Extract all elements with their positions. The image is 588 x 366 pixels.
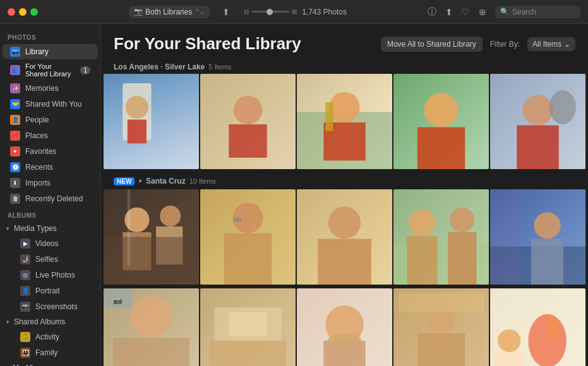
memories-icon: ✨ [10,83,20,93]
sidebar-item-shared-library[interactable]: 👥 For Your Shared Library 1 [3,60,98,80]
share-icon[interactable]: ⬆ [222,7,230,17]
svg-point-55 [327,333,361,348]
sidebar-item-people[interactable]: 👤 People [3,112,98,127]
sidebar-item-videos[interactable]: ▶ Videos [3,236,98,251]
svg-rect-49 [210,341,286,366]
close-button[interactable] [8,8,15,16]
upload-icon[interactable]: ⬆ [445,7,453,17]
photo-cell[interactable] [490,288,585,366]
header-actions: Move All to Shared Library Filter By: Al… [381,37,575,52]
svg-rect-51 [229,312,267,336]
move-all-button[interactable]: Move All to Shared Library [381,37,483,52]
photo-grid-la [101,74,588,172]
svg-rect-6 [229,124,267,158]
sidebar-item-shared-with-you[interactable]: 🤝 Shared With You [3,97,98,112]
search-box[interactable]: 🔍 [495,6,580,18]
sidebar-item-recents[interactable]: 🕐 Recents [3,160,98,175]
section-location-la: Los Angeles · Silver Lake [114,62,205,71]
shared-albums-label: Shared Albums [14,317,65,326]
svg-point-62 [544,317,560,339]
sidebar-item-imports[interactable]: ⬇ Imports [3,175,98,191]
svg-point-2 [126,96,148,119]
photo-cell[interactable]: 📷 [104,288,199,366]
minimize-button[interactable] [19,8,27,16]
library-switcher[interactable]: 📷 Both Libraries ⌃⌄ [129,6,210,18]
photo-cell[interactable] [297,74,392,169]
add-to-library-icon[interactable]: ⊕ [479,7,486,17]
zoom-slider[interactable]: ⊟ ⊞ [244,8,297,15]
sidebar-item-library[interactable]: 📷 Library [3,44,98,59]
sidebar-item-memories[interactable]: ✨ Memories [3,81,98,96]
svg-point-64 [498,329,520,352]
photo-cell[interactable] [297,189,392,285]
shared-library-badge: 1 [80,66,90,74]
sidebar-label-imports: Imports [25,179,51,187]
svg-rect-59 [399,293,484,312]
svg-rect-63 [495,350,524,366]
sidebar-item-portrait[interactable]: 👤 Portrait [3,283,98,298]
sidebar-group-shared-albums[interactable]: ▼ Shared Albums [0,315,100,329]
sidebar-label-live-photos: Live Photos [35,271,75,280]
photo-cell[interactable] [200,288,296,366]
photo-cell[interactable] [393,74,489,169]
sidebar-item-places[interactable]: 📍 Places [3,128,98,143]
sidebar-item-recently-deleted[interactable]: 🗑 Recently Deleted [3,191,98,206]
sidebar-label-family: Family [35,348,57,357]
chevron-ud-icon: ⌃⌄ [195,8,205,15]
photo-cell[interactable] [393,288,489,366]
info-icon[interactable]: ⓘ [428,6,436,18]
svg-rect-42 [490,189,519,285]
photo-grid-sc-1 [101,189,588,287]
heart-icon[interactable]: ♡ [462,7,470,17]
photo-cell[interactable] [104,189,199,285]
photo-cell[interactable] [297,288,392,366]
titlebar: 📷 Both Libraries ⌃⌄ ⬆ ⊟ ⊞ 1,743 Photos ⓘ… [0,0,588,24]
imports-icon: ⬇ [10,178,20,188]
photo-grid-sc-2: 📷 [101,288,588,366]
sidebar-label-shared-with-you: Shared With You [25,100,81,109]
svg-point-36 [450,208,474,232]
svg-point-44 [130,296,172,338]
photo-cell[interactable] [490,74,585,169]
photo-cell[interactable] [200,74,296,169]
activity-icon: 🏃 [20,332,30,342]
favorites-icon: ♥ [10,146,20,156]
photos-section-label: Photos [0,29,100,44]
sidebar-label-places: Places [25,131,48,140]
sidebar-item-favorites[interactable]: ♥ Favorites [3,144,98,159]
search-input[interactable] [512,8,575,16]
sidebar-item-activity[interactable]: 🏃 Activity [3,329,98,345]
section-header-sc: NEW • Santa Cruz 10 Items [101,172,588,189]
titlebar-right: ⓘ ⬆ ♡ ⊕ 🔍 [428,6,580,18]
sidebar-item-family[interactable]: 👨‍👩‍👧 Family [3,345,98,360]
svg-point-30 [328,206,361,239]
svg-rect-3 [128,119,147,143]
photo-cell[interactable] [393,189,489,285]
svg-rect-27 [224,233,272,285]
sidebar-item-selfies[interactable]: 🤳 Selfies [3,252,98,267]
sidebar-item-screenshots[interactable]: 📸 Screenshots [3,299,98,314]
svg-rect-24 [128,189,131,266]
photo-cell[interactable] [104,74,199,169]
sidebar-label-portrait: Portrait [35,286,60,295]
sidebar-group-my-albums[interactable]: ▶ My Albums [0,361,100,366]
library-icon: 📷 [10,47,20,57]
new-badge: NEW [114,177,135,186]
sidebar-group-media-types[interactable]: ▼ Media Types [0,221,100,235]
fullscreen-button[interactable] [30,8,38,16]
photo-cell[interactable] [200,189,296,285]
section-count-sc: 10 Items [189,177,216,185]
shared-with-you-icon: 🤝 [10,99,20,109]
svg-rect-58 [417,333,465,366]
photo-cell[interactable] [490,189,585,285]
sidebar-label-videos: Videos [35,239,58,248]
screenshots-icon: 📸 [20,302,30,312]
shared-library-icon: 👥 [10,65,20,75]
svg-point-17 [549,90,576,124]
sidebar-item-live-photos[interactable]: ◎ Live Photos [3,268,98,283]
people-icon: 👤 [10,115,20,125]
section-location-sc: Santa Cruz [146,177,186,186]
filter-dropdown[interactable]: All Items ⌄ [527,37,575,51]
titlebar-center: 📷 Both Libraries ⌃⌄ ⬆ ⊟ ⊞ 1,743 Photos [48,6,428,18]
svg-point-21 [160,206,181,227]
